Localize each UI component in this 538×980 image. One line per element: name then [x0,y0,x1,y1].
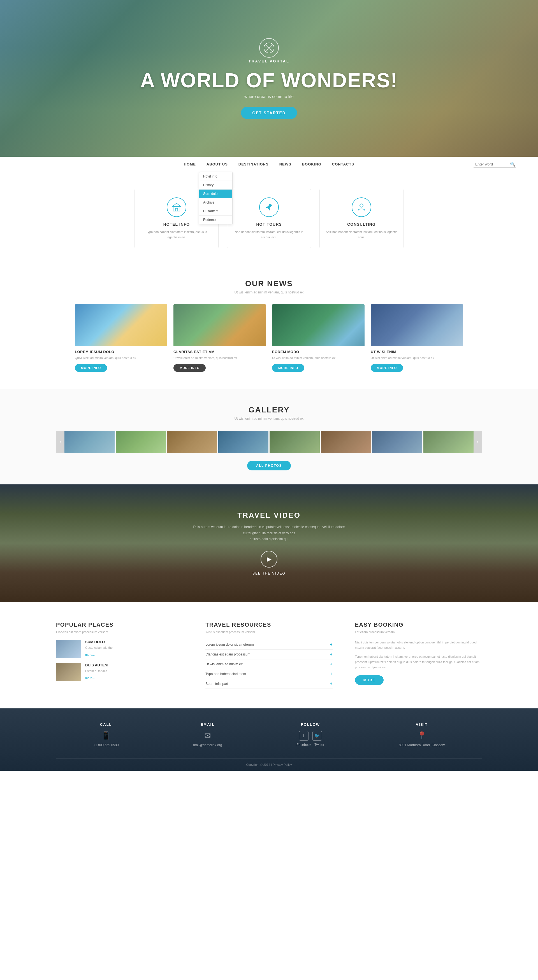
dropdown-history[interactable]: History [199,181,232,189]
gallery-prev-arrow[interactable]: ‹ [56,431,64,453]
get-started-button[interactable]: GET STARTED [241,107,297,119]
video-background [0,484,538,602]
logo-text: TRAVEL PORTAL [249,59,289,63]
footer-follow-links: Facebook Twitter [297,743,324,747]
gallery-thumb-1[interactable] [64,431,115,453]
resource-item-5[interactable]: Seam telst part + [205,679,332,689]
booking-more-button[interactable]: MORE [355,675,383,685]
all-photos-button[interactable]: ALL PHOTOS [247,461,291,470]
gallery-next-arrow[interactable]: › [474,431,482,453]
news-subtitle: Ut wisi enim ad minim veniam, quis nostr… [56,290,482,294]
place-1-link[interactable]: more... [85,653,95,656]
place-1-title: SUM DOLO [85,640,113,644]
footer-call-text: +1 800 559 6580 [93,743,118,747]
gallery-thumb-2[interactable] [116,431,166,453]
more-info-btn-1[interactable]: MORE INFO [75,364,107,372]
news-image-hotel [371,304,463,346]
facebook-link[interactable]: Facebook [297,743,311,747]
news-card-2-title: CLARITAS EST ETIAM [174,350,266,354]
dropdown-dusautem[interactable]: Dusautem [199,207,232,216]
resource-plus-3: + [330,662,332,667]
footer-bottom: Copyright © 2014 | Privacy Policy [56,759,482,771]
gallery-thumb-4[interactable] [218,431,268,453]
news-card-4-title: UT WISI ENIM [371,350,463,354]
twitter-link[interactable]: Twitter [314,743,324,747]
news-image-bottle [174,304,266,346]
nav-news[interactable]: NEWS [279,162,291,166]
resource-item-2[interactable]: Claricias est etiam processum + [205,650,332,659]
gallery-thumb-7[interactable] [372,431,422,453]
resource-item-1[interactable]: Lorem ipsum dolor sit ameterum + [205,640,332,650]
resource-label-1: Lorem ipsum dolor sit ameterum [205,643,254,646]
service-hotel-desc: Typo non habent claritatem insitam, est … [140,229,213,240]
video-desc-line2: eu feugiat nulla facilisis at vero eos [243,531,295,535]
services-grid: HOTEL INFO Typo non habent claritatem in… [56,189,482,248]
news-title: OUR NEWS [56,279,482,288]
footer-call-title: CALL [93,722,118,727]
search-icon[interactable]: 🔍 [510,162,516,167]
place-2-link[interactable]: more... [85,676,95,679]
service-hot-tours: HOT TOURS Non habent claritatem insitam,… [227,189,311,248]
video-play-label: SEE THE VIDEO [252,571,286,575]
footer-call: CALL 📱 +1 800 559 6580 [93,722,118,747]
news-card-2-desc: Ut wisi enim ad minim veniam, quis nostr… [174,356,266,361]
video-section: TRAVEL VIDEO Duis autem vel eum iriure d… [0,484,538,602]
nav-booking[interactable]: BOOKING [302,162,321,166]
nav-search[interactable]: 🔍 [474,161,516,168]
hero-section: TRAVEL PORTAL A WORLD OF WONDERS! where … [0,0,538,157]
resource-item-4[interactable]: Typo non habent claritatem + [205,669,332,679]
footer-top: CALL 📱 +1 800 559 6580 EMAIL ✉ mail@demo… [56,722,482,759]
footer-social-icons: f 🐦 [297,731,324,741]
gallery-thumb-8[interactable] [423,431,474,453]
easy-booking-desc2: Typo non habent claritatem insitam, vero… [355,654,482,670]
gallery-thumb-5[interactable] [270,431,320,453]
dropdown-surn-dolo[interactable]: Surn dolo [199,189,232,198]
news-card-1-title: LOREM IPSUM DOLO [75,350,167,354]
easy-booking-subtitle: Est etiam processum versam [355,630,482,634]
nav-home[interactable]: HOME [184,162,196,166]
resource-item-3[interactable]: Ut wisi enim ad minim ex + [205,659,332,669]
hotel-icon [167,197,186,217]
gallery-images [64,431,474,453]
dropdown-hotel-info[interactable]: Hotel info [199,172,232,181]
footer: CALL 📱 +1 800 559 6580 EMAIL ✉ mail@demo… [0,708,538,771]
place-2-title: DUIS AUTEM [85,663,108,667]
nav-about[interactable]: ABOUT US [206,162,228,166]
search-input[interactable] [474,161,510,167]
facebook-icon[interactable]: f [299,731,308,741]
service-tours-desc: Non habent claritatem insitam, est usus … [233,229,305,240]
popular-places-subtitle: Claricias est etiam processum versam [56,630,183,634]
resource-label-5: Seam telst part [205,682,228,686]
resource-plus-4: + [330,671,332,676]
nav-destinations[interactable]: DESTINATIONS [238,162,269,166]
more-info-btn-2[interactable]: MORE INFO [174,364,206,372]
gallery-thumb-6[interactable] [321,431,371,453]
video-play-button[interactable]: ▶ [260,551,278,568]
gallery-strip: ‹ › [56,431,482,453]
dropdown-eodemo[interactable]: Eodemo [199,216,232,224]
place-thumb-2 [56,663,81,681]
twitter-icon[interactable]: 🐦 [313,731,322,741]
news-card-3-desc: Ut wisi enim ad minim veniam, quis nostr… [272,356,364,361]
place-2-desc: Estam al fanalio [85,669,108,674]
news-card-4: UT WISI ENIM Ut wisi enim ad minim venia… [371,304,463,372]
nav-contacts[interactable]: CONTACTS [332,162,354,166]
gallery-thumb-3[interactable] [167,431,217,453]
service-consulting-desc: Aeiii non habent claritatem insitam, est… [325,229,398,240]
easy-booking-title: EASY BOOKING [355,622,482,628]
main-navigation: HOME ABOUT US DESTINATIONS NEWS BOOKING … [0,157,538,172]
news-image-waterfall [272,304,364,346]
footer-visit-text: 8901 Marmora Road, Glasgow [399,743,445,747]
place-item-2: DUIS AUTEM Estam al fanalio more... [56,663,183,681]
news-image-beach [75,304,167,346]
dropdown-archive[interactable]: Archive [199,198,232,207]
copyright-text: Copyright © 2014 | Privacy Policy [246,763,292,766]
travel-resources-col: TRAVEL RESOURCES Wistus est etiam proces… [205,622,332,689]
resource-label-3: Ut wisi enim ad minim ex [205,662,243,666]
footer-visit: VISIT 📍 8901 Marmora Road, Glasgow [399,722,445,747]
svg-rect-5 [173,206,180,211]
svg-point-8 [360,204,363,207]
more-info-btn-3[interactable]: MORE INFO [272,364,304,372]
travel-resources-subtitle: Wistus est etiam processum versam [205,630,332,634]
more-info-btn-4[interactable]: MORE INFO [371,364,403,372]
